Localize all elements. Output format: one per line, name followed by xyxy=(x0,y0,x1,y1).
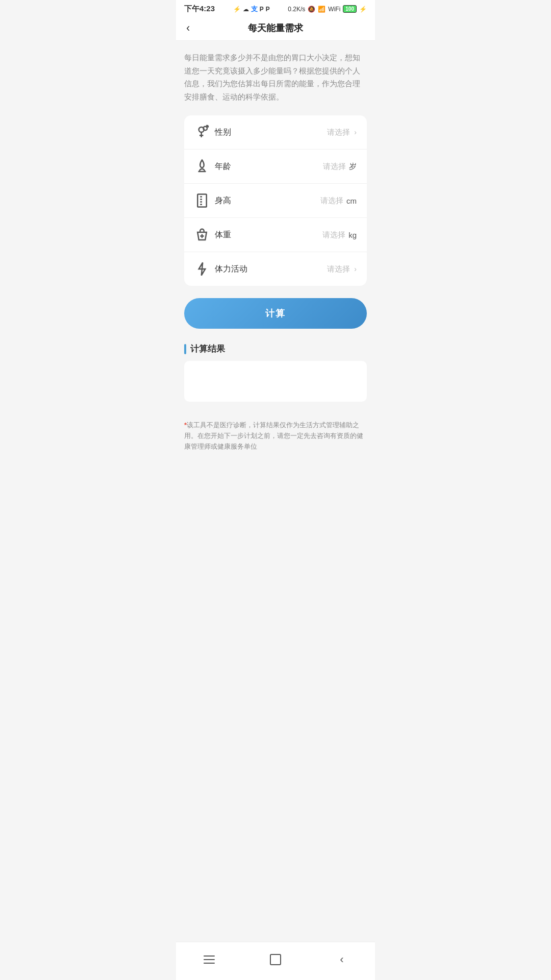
activity-placeholder: 请选择 xyxy=(327,264,350,274)
calculate-button[interactable]: 计算 xyxy=(184,298,367,329)
bottom-nav: ‹ xyxy=(176,942,375,980)
nav-bar: ‹ 每天能量需求 xyxy=(176,16,375,41)
gender-label: 性别 xyxy=(215,127,327,138)
height-row[interactable]: 身高 请选择 cm xyxy=(184,184,367,218)
gender-placeholder: 请选择 xyxy=(327,128,350,137)
result-title-text: 计算结果 xyxy=(190,343,225,355)
height-placeholder: 请选择 xyxy=(320,196,343,206)
gender-icon xyxy=(194,125,210,140)
signal-icon: 📶 xyxy=(318,6,325,13)
result-box xyxy=(184,361,367,402)
network-speed: 0.2K/s xyxy=(288,6,305,13)
main-content: 每日能量需求多少并不是由您的胃口大小决定，想知道您一天究竟该摄入多少能量吗？根据… xyxy=(176,41,375,513)
age-icon xyxy=(194,159,210,174)
activity-arrow-icon: › xyxy=(354,265,357,273)
activity-row[interactable]: 体力活动 请选择 › xyxy=(184,252,367,286)
back-nav-icon: ‹ xyxy=(340,953,343,966)
status-bar: 下午4:23 ⚡ ☁ 支 P P 0.2K/s 🔕 📶 WiFi 100 ⚡ xyxy=(176,0,375,16)
height-icon xyxy=(194,193,210,208)
weight-label: 体重 xyxy=(215,230,322,240)
activity-label: 体力活动 xyxy=(215,264,327,275)
weight-row[interactable]: 体重 请选择 kg xyxy=(184,218,367,252)
status-right: 0.2K/s 🔕 📶 WiFi 100 ⚡ xyxy=(288,5,367,13)
result-title-bar xyxy=(184,344,186,354)
back-button[interactable]: ‹ xyxy=(184,19,192,37)
height-unit: cm xyxy=(346,197,357,205)
weight-icon xyxy=(194,227,210,242)
home-icon xyxy=(270,954,281,965)
alipay-icon: 支 xyxy=(251,5,258,14)
activity-right: 请选择 › xyxy=(327,264,357,274)
height-label: 身高 xyxy=(215,195,320,206)
mute-icon: 🔕 xyxy=(308,6,315,13)
charging-icon: ⚡ xyxy=(359,6,367,13)
lightning-icon: ⚡ xyxy=(233,6,241,13)
disclaimer-text: 该工具不是医疗诊断，计算结果仅作为生活方式管理辅助之用。在您开始下一步计划之前，… xyxy=(184,421,363,450)
svg-point-1 xyxy=(204,127,208,131)
status-time: 下午4:23 xyxy=(184,4,215,14)
p-icon1: P xyxy=(260,6,264,13)
page-title: 每天能量需求 xyxy=(248,22,303,34)
disclaimer: *该工具不是医疗诊断，计算结果仅作为生活方式管理辅助之用。在您开始下一步计划之前… xyxy=(184,412,367,462)
age-row[interactable]: 年龄 请选择 岁 xyxy=(184,150,367,184)
hamburger-icon xyxy=(204,955,215,964)
home-button[interactable] xyxy=(265,949,286,970)
description-text: 每日能量需求多少并不是由您的胃口大小决定，想知道您一天究竟该摄入多少能量吗？根据… xyxy=(184,51,367,103)
p-icon2: P xyxy=(266,6,270,13)
gender-right: 请选择 › xyxy=(327,128,357,137)
height-right: 请选择 cm xyxy=(320,196,357,206)
form-card: 性别 请选择 › 年龄 请选择 岁 xyxy=(184,115,367,286)
result-section: 计算结果 xyxy=(184,343,367,402)
weight-unit: kg xyxy=(348,231,357,239)
age-right: 请选择 岁 xyxy=(323,162,357,172)
battery-icon: 100 xyxy=(343,5,357,13)
age-placeholder: 请选择 xyxy=(323,162,346,172)
weight-placeholder: 请选择 xyxy=(322,230,345,240)
weight-right: 请选择 kg xyxy=(322,230,357,240)
cloud-icon: ☁ xyxy=(243,6,249,13)
activity-icon xyxy=(194,261,210,277)
age-unit: 岁 xyxy=(349,162,357,172)
result-title-container: 计算结果 xyxy=(184,343,367,355)
gender-row[interactable]: 性别 请选择 › xyxy=(184,115,367,150)
status-icons: ⚡ ☁ 支 P P xyxy=(233,5,270,14)
age-label: 年龄 xyxy=(215,161,323,172)
wifi-icon: WiFi xyxy=(328,6,340,13)
gender-arrow-icon: › xyxy=(354,128,357,136)
back-nav-button[interactable]: ‹ xyxy=(332,949,352,970)
menu-button[interactable] xyxy=(199,949,219,970)
